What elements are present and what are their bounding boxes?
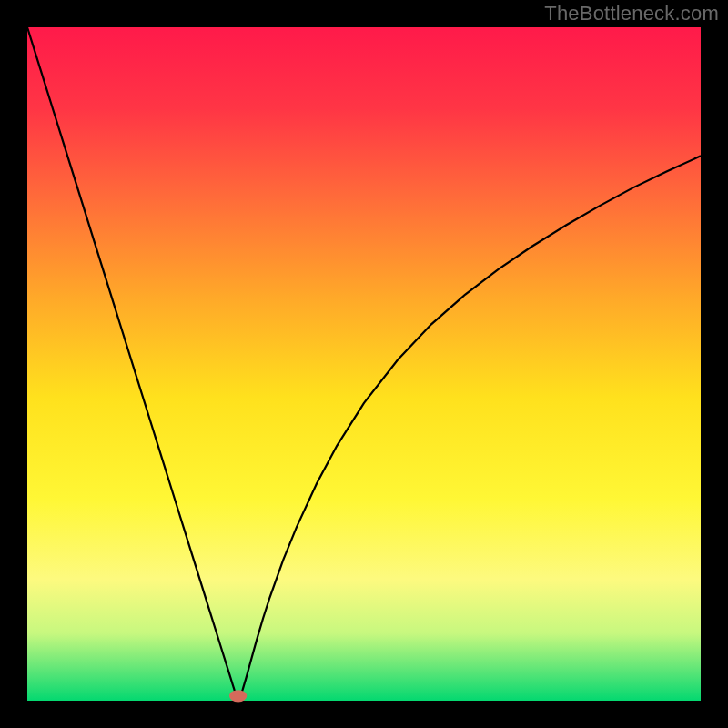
watermark-text: TheBottleneck.com [544, 2, 719, 25]
plot-background [27, 27, 701, 701]
min-marker [229, 690, 247, 702]
chart-frame: TheBottleneck.com [0, 0, 728, 728]
bottleneck-chart [0, 0, 728, 728]
